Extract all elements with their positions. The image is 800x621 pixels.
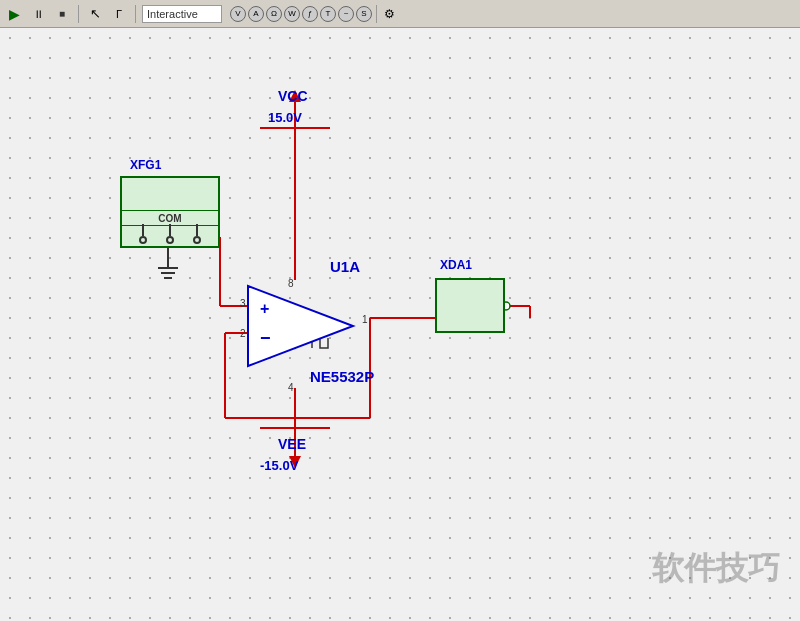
xfg1-component[interactable]: COM [120,176,220,248]
opamp-symbol: + − [238,276,368,376]
svg-text:+: + [260,300,269,317]
svg-text:−: − [260,328,271,348]
xda1-label: XDA1 [440,258,472,272]
ne5532-label: NE5532P [310,368,374,385]
settings-icon[interactable]: ⚙ [381,6,397,22]
watt-icon[interactable]: W [284,6,300,22]
time-icon[interactable]: T [320,6,336,22]
toolbar-separator3 [376,5,377,23]
xfg1-pins [122,222,218,246]
wire-layer [0,28,800,621]
circuit-canvas: VCC 15.0V VEE -15.0V XFG1 COM [0,28,800,621]
u1a-label: U1A [330,258,360,275]
xfg1-label: XFG1 [130,158,161,172]
play-button[interactable]: ▶ [4,4,24,24]
vee-label: VEE [278,436,306,452]
volt-icon[interactable]: V [230,6,246,22]
pin2-label: 2 [240,328,246,339]
vee-voltage: -15.0V [260,458,298,473]
freq-icon[interactable]: ƒ [302,6,318,22]
watermark: 软件技巧 [652,547,780,591]
measure-icon[interactable]: S [356,6,372,22]
ac-icon[interactable]: ~ [338,6,354,22]
pin3-label: 3 [240,298,246,309]
xda1-component[interactable]: THD [435,278,505,333]
toolbar: ▶ ⏸ ■ ↖ Γ Interactive V A Ω W ƒ T ~ S ⚙ [0,0,800,28]
toolbar-right-icons: V A Ω W ƒ T ~ S ⚙ [230,5,397,23]
amp-icon[interactable]: A [248,6,264,22]
pin8-label: 8 [288,278,294,289]
pause-button[interactable]: ⏸ [28,4,48,24]
vcc-voltage: 15.0V [268,110,302,125]
cursor-icon[interactable]: ↖ [85,4,105,24]
opamp-component[interactable]: + − [238,276,368,380]
pin4-label: 4 [288,382,294,393]
stop-button[interactable]: ■ [52,4,72,24]
vcc-label: VCC [278,88,308,104]
pin1-label: 1 [362,314,368,325]
toolbar-separator [78,5,79,23]
toolbar-separator2 [135,5,136,23]
mode-label: Interactive [142,5,222,23]
svg-marker-24 [248,286,353,366]
wire-icon[interactable]: Γ [109,4,129,24]
ohm-icon[interactable]: Ω [266,6,282,22]
